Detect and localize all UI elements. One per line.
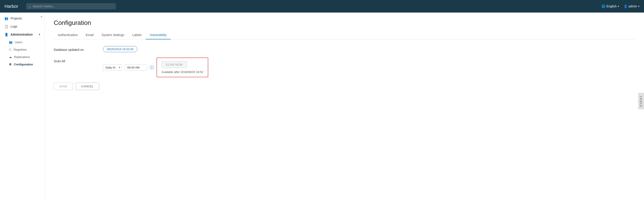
sidebar-item-replications[interactable]: ☁ Replications xyxy=(0,53,44,61)
search-icon: ⌕ xyxy=(29,4,31,8)
sidebar-item-label: Replications xyxy=(14,55,30,59)
scan-all-row: Scan All Daily At None i SCAN NOW Availa… xyxy=(54,58,635,77)
main-layout: « 👥 Projects 📋 Logs 👤 Administration ▾ 👥… xyxy=(0,12,644,202)
projects-icon: 👥 xyxy=(4,16,8,20)
page-title: Configuration xyxy=(54,19,635,26)
main-content: Configuration Authentication Email Syste… xyxy=(45,12,644,202)
db-updated-row: Database updated on 08/20/2018 16:02:00 xyxy=(54,46,635,52)
event-tab[interactable]: EVENT xyxy=(638,93,644,109)
admin-group-label: Administration xyxy=(10,33,33,36)
replications-icon: ☁ xyxy=(9,55,12,59)
language-label: English xyxy=(606,4,617,8)
chevron-down-icon: ▾ xyxy=(638,5,640,8)
sidebar-item-label: Logs xyxy=(10,25,17,28)
chevron-down-icon: ▾ xyxy=(39,33,40,36)
db-value-container: 08/20/2018 16:02:00 xyxy=(103,46,137,52)
tab-email[interactable]: Email xyxy=(82,31,98,40)
tabs: Authentication Email System Settings Lab… xyxy=(54,31,635,40)
topnav-right: 🌐 English ▾ 👤 admin ▾ xyxy=(602,4,640,8)
user-icon: 👤 xyxy=(624,4,628,8)
tab-authentication[interactable]: Authentication xyxy=(54,31,82,40)
app-logo: Harbor xyxy=(4,4,18,9)
sidebar-item-projects[interactable]: 👥 Projects xyxy=(0,14,44,22)
admin-label: admin xyxy=(628,4,637,8)
sidebar-item-label: Registries xyxy=(14,48,27,51)
cancel-button[interactable]: CANCEL xyxy=(76,83,100,90)
db-timestamp-badge: 08/20/2018 16:02:00 xyxy=(103,46,137,52)
logs-icon: 📋 xyxy=(4,25,8,28)
scan-controls: Daily At None i SCAN NOW Available after… xyxy=(103,58,208,77)
sidebar-item-users[interactable]: 👥 Users xyxy=(0,38,44,46)
scan-now-box: SCAN NOW Available after 2018/08/20 18:5… xyxy=(156,58,208,77)
admin-menu[interactable]: 👤 admin ▾ xyxy=(624,4,640,8)
tab-vulnerability[interactable]: Vulnerability xyxy=(146,31,171,40)
search-bar[interactable]: ⌕ xyxy=(26,3,116,10)
sidebar-item-label: Configuration xyxy=(14,63,33,66)
scan-frequency-select-wrapper: Daily At None xyxy=(103,64,122,71)
sidebar-item-label: Users xyxy=(15,40,22,44)
db-label: Database updated on xyxy=(54,46,98,52)
tab-labels[interactable]: Labels xyxy=(128,31,146,40)
sidebar: « 👥 Projects 📋 Logs 👤 Administration ▾ 👥… xyxy=(0,12,45,202)
topnav: Harbor ⌕ 🌐 English ▾ 👤 admin ▾ xyxy=(0,0,644,12)
globe-icon: 🌐 xyxy=(602,4,605,8)
users-icon: 👥 xyxy=(9,40,12,44)
sidebar-item-registries[interactable]: ⬡ Registries xyxy=(0,46,44,53)
info-icon[interactable]: i xyxy=(150,66,154,70)
scan-now-button[interactable]: SCAN NOW xyxy=(162,61,187,68)
search-input[interactable] xyxy=(32,4,113,8)
sidebar-group-administration[interactable]: 👤 Administration ▾ xyxy=(0,30,44,38)
scan-frequency-select[interactable]: Daily At None xyxy=(103,64,122,71)
admin-icon: 👤 xyxy=(4,33,8,36)
config-icon: ⚙ xyxy=(9,63,12,66)
scan-available-text: Available after 2018/08/20 18:52 xyxy=(162,70,203,74)
sidebar-item-logs[interactable]: 📋 Logs xyxy=(0,22,44,30)
save-button[interactable]: SAVE xyxy=(54,83,73,90)
scan-label: Scan All xyxy=(54,58,98,63)
sidebar-collapse-button[interactable]: « xyxy=(40,15,42,18)
registries-icon: ⬡ xyxy=(9,48,12,51)
tab-system-settings[interactable]: System Settings xyxy=(98,31,128,40)
sidebar-item-configuration[interactable]: ⚙ Configuration xyxy=(0,61,44,68)
language-selector[interactable]: 🌐 English ▾ xyxy=(602,4,619,8)
sidebar-item-label: Projects xyxy=(10,16,22,20)
scan-time-input[interactable] xyxy=(125,64,147,71)
action-buttons: SAVE CANCEL xyxy=(54,83,635,90)
chevron-down-icon: ▾ xyxy=(618,5,619,8)
